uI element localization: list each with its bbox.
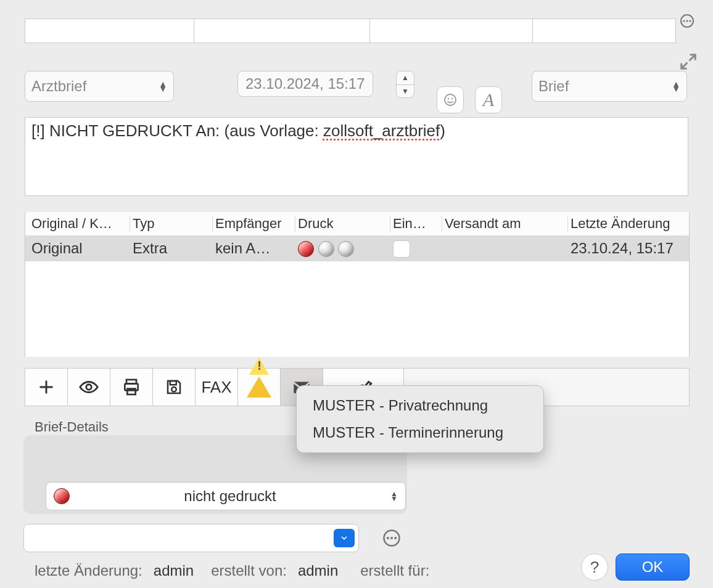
checkbox-icon[interactable] (393, 240, 410, 258)
cell-original: Original (31, 240, 130, 257)
last-change-user: admin (154, 562, 194, 579)
step-up-icon[interactable]: ▲ (397, 71, 414, 85)
svg-point-6 (451, 98, 453, 99)
last-change-label: letzte Änderung: (35, 562, 142, 579)
cell-druck (298, 240, 390, 258)
smiley-icon (443, 92, 458, 107)
status-red-icon (54, 488, 70, 504)
more-icon (382, 529, 401, 547)
combo-open-button[interactable] (334, 529, 355, 547)
fax-button[interactable]: FAX (196, 369, 238, 406)
menu-item-terminerinnerung[interactable]: MUSTER - Terminerinnerung (297, 419, 543, 446)
letter-kind-select[interactable]: Brief ▲▼ (532, 71, 687, 102)
datetime-value: 23.10.2024, 15:17 (245, 75, 365, 92)
preview-button[interactable] (68, 369, 110, 406)
created-by-label: erstellt von: (211, 562, 287, 579)
cell-typ: Extra (133, 240, 213, 257)
svg-point-12 (171, 387, 176, 392)
chevron-updown-icon: ▲▼ (672, 81, 680, 91)
table-row[interactable]: Original Extra kein A… 23.10.24, 15:17 (25, 235, 689, 261)
plus-icon (38, 378, 55, 396)
text-prefix: [!] NICHT GEDRUCKT An: (aus Vorlage: (31, 121, 323, 140)
more-icon[interactable] (680, 14, 694, 28)
font-button[interactable]: A (475, 86, 502, 113)
col-versandt[interactable]: Versandt am (445, 216, 568, 232)
top-segmented-bar (25, 18, 676, 43)
document-type-label: Arztbrief (31, 78, 159, 95)
warn-button[interactable] (238, 369, 281, 406)
print-status-label: nicht gedruckt (70, 488, 390, 505)
col-ein[interactable]: Ein… (393, 216, 442, 232)
print-status-select[interactable]: nicht gedruckt ▲▼ (46, 482, 406, 510)
datetime-stepper[interactable]: ▲ ▼ (396, 71, 414, 98)
svg-point-15 (387, 537, 389, 539)
help-button[interactable]: ? (581, 553, 608, 581)
col-letzte[interactable]: Letzte Änderung (571, 216, 689, 232)
step-down-icon[interactable]: ▼ (397, 85, 414, 98)
col-original[interactable]: Original / K… (31, 216, 130, 232)
cell-letzte: 23.10.24, 15:17 (571, 240, 700, 257)
more-options-button[interactable] (382, 529, 401, 547)
svg-point-16 (390, 537, 393, 539)
col-empf[interactable]: Empfänger (215, 216, 295, 232)
svg-point-2 (686, 20, 688, 22)
svg-point-1 (683, 20, 685, 22)
ok-label: OK (642, 558, 664, 576)
meta-info: letzte Änderung: admin erstellt von: adm… (35, 562, 429, 579)
print-button[interactable] (110, 369, 153, 406)
save-button[interactable] (153, 369, 196, 406)
table-empty-area (25, 261, 689, 357)
letter-body-textarea[interactable]: [!] NICHT GEDRUCKT An: (aus Vorlage: zol… (25, 117, 688, 196)
text-suffix: ) (440, 121, 445, 140)
status-grey-icon (338, 241, 354, 257)
status-grey-icon (318, 241, 334, 257)
printer-icon (122, 377, 141, 397)
document-type-select[interactable]: Arztbrief ▲▼ (25, 71, 174, 102)
chevron-updown-icon: ▲▼ (390, 491, 398, 501)
svg-point-5 (448, 98, 449, 99)
chevron-updown-icon: ▲▼ (159, 81, 167, 91)
fax-label: FAX (201, 378, 231, 397)
menu-item-privatrechnung[interactable]: MUSTER - Privatrechnung (297, 392, 543, 419)
copies-table: Original / K… Typ Empfänger Druck Ein… V… (25, 212, 690, 357)
table-header: Original / K… Typ Empfänger Druck Ein… V… (25, 212, 689, 235)
col-typ[interactable]: Typ (133, 216, 213, 232)
eye-icon (78, 377, 99, 398)
svg-rect-11 (170, 381, 176, 385)
datetime-field[interactable]: 23.10.2024, 15:17 (237, 71, 373, 97)
template-popup-menu: MUSTER - Privatrechnung MUSTER - Termine… (296, 385, 544, 453)
expand-icon[interactable] (679, 52, 698, 71)
template-name: zollsoft_arztbrief (323, 121, 440, 140)
warning-icon (247, 377, 271, 398)
svg-point-3 (689, 20, 691, 22)
save-icon (165, 378, 183, 396)
help-label: ? (590, 558, 599, 577)
created-for-label: erstellt für: (360, 562, 429, 579)
created-by-user: admin (298, 562, 338, 579)
emoji-button[interactable] (437, 86, 464, 113)
details-title: Brief-Details (35, 419, 109, 435)
cell-ein[interactable] (393, 239, 442, 258)
letter-kind-label: Brief (538, 78, 672, 95)
svg-point-17 (394, 537, 397, 539)
add-button[interactable] (25, 369, 68, 406)
col-druck[interactable]: Druck (298, 216, 390, 232)
font-icon: A (483, 89, 494, 110)
tag-combo[interactable] (23, 524, 359, 552)
svg-point-7 (86, 385, 92, 390)
ok-button[interactable]: OK (616, 553, 690, 581)
status-red-icon (298, 241, 314, 257)
cell-empf: kein A… (215, 240, 295, 257)
svg-point-4 (445, 94, 456, 105)
chevron-down-icon (340, 534, 348, 542)
